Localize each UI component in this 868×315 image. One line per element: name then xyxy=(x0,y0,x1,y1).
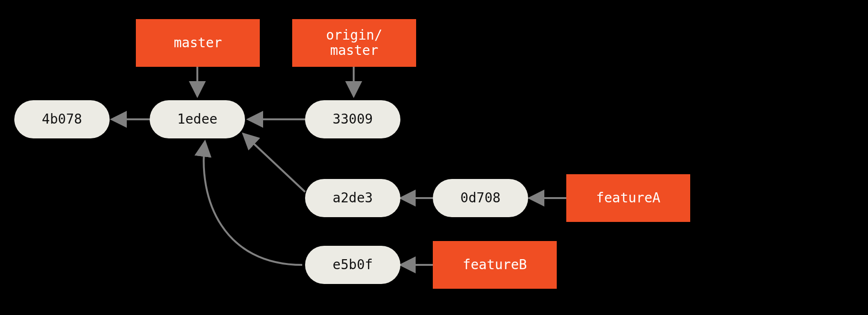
commit-4b078: 4b078 xyxy=(14,100,110,138)
edge-e5b0f-to-1edee xyxy=(204,141,302,265)
commit-hash: 33009 xyxy=(333,112,373,127)
commit-hash: 1edee xyxy=(177,112,217,127)
branch-label: featureB xyxy=(463,257,527,273)
commit-e5b0f: e5b0f xyxy=(305,246,400,284)
commit-a2de3: a2de3 xyxy=(305,179,400,217)
commit-hash: e5b0f xyxy=(333,257,373,273)
branch-master: master xyxy=(136,19,260,67)
branch-featureA: featureA xyxy=(566,174,690,222)
commit-33009: 33009 xyxy=(305,100,400,138)
commit-1edee: 1edee xyxy=(150,100,245,138)
branch-featureB: featureB xyxy=(433,241,557,289)
branch-origin-master: origin/ master xyxy=(292,19,416,67)
edge-a2de3-to-1edee xyxy=(243,134,305,192)
branch-label: featureA xyxy=(596,190,661,206)
branch-label: origin/ master xyxy=(326,28,382,58)
branch-label: master xyxy=(174,35,222,51)
git-graph-diagram: master origin/ master featureA featureB … xyxy=(0,0,868,315)
commit-hash: a2de3 xyxy=(333,190,373,206)
commit-hash: 0d708 xyxy=(460,190,500,206)
commit-0d708: 0d708 xyxy=(433,179,528,217)
commit-hash: 4b078 xyxy=(42,112,82,127)
